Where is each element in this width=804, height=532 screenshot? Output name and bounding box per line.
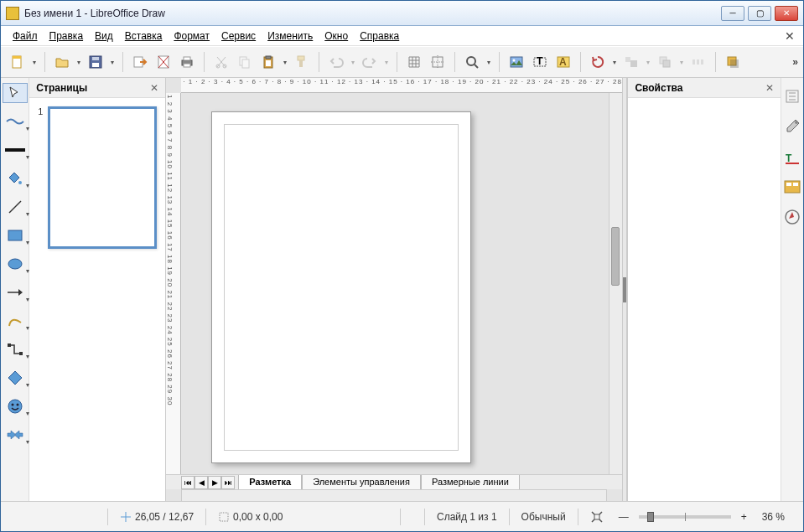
menu-view[interactable]: Вид <box>90 28 118 44</box>
menu-file[interactable]: Файл <box>8 28 43 44</box>
new-dropdown[interactable]: ▾ <box>31 52 38 72</box>
distribute-button[interactable] <box>688 52 708 72</box>
close-document-icon[interactable]: ✕ <box>785 29 795 43</box>
svg-rect-1 <box>13 56 21 59</box>
vertical-scrollbar[interactable] <box>609 93 622 474</box>
insert-image-button[interactable] <box>506 52 526 72</box>
drawing-canvas[interactable] <box>181 93 609 474</box>
block-arrows-tool[interactable]: ▾ <box>3 425 28 445</box>
menu-help[interactable]: Справка <box>355 28 404 44</box>
undo-button[interactable] <box>326 52 346 72</box>
svg-rect-16 <box>266 60 271 66</box>
rectangle-tool[interactable]: ▾ <box>3 225 28 245</box>
fontwork-button[interactable]: A <box>553 52 573 72</box>
svg-rect-39 <box>8 230 22 240</box>
fill-color-tool[interactable]: ▾ <box>3 168 28 189</box>
undo-dropdown[interactable]: ▾ <box>350 52 356 72</box>
basic-shapes-tool[interactable]: ▾ <box>3 368 28 388</box>
menu-tools[interactable]: Сервис <box>216 28 261 44</box>
tab-layout[interactable]: Разметка <box>238 475 302 490</box>
navigator-tab-icon[interactable] <box>782 207 802 227</box>
redo-button[interactable] <box>360 52 380 72</box>
svg-rect-30 <box>663 60 670 67</box>
properties-panel-close-icon[interactable]: ✕ <box>765 82 774 94</box>
open-button[interactable] <box>52 52 72 72</box>
styles-tab-icon[interactable]: T <box>782 147 802 167</box>
maximize-button[interactable]: ▢ <box>748 6 771 21</box>
menu-window[interactable]: Окно <box>319 28 353 44</box>
paste-dropdown[interactable]: ▾ <box>282 52 288 72</box>
insert-textbox-button[interactable]: T <box>530 52 550 72</box>
tab-dimension-lines[interactable]: Размерные линии <box>421 475 520 490</box>
ellipse-tool[interactable]: ▾ <box>3 254 28 274</box>
fit-page-button[interactable] <box>578 509 615 525</box>
gallery-tab-icon[interactable] <box>782 177 802 197</box>
rotate-button[interactable] <box>588 52 608 72</box>
vertical-ruler[interactable]: 1 2 3 4 5 6 7 8 9 10 11 12 13 14 15 16 1… <box>166 93 181 474</box>
zoom-level[interactable]: 36 % <box>750 509 796 525</box>
svg-rect-55 <box>594 514 599 519</box>
arrow-tool[interactable]: ▾ <box>3 282 28 302</box>
select-tool[interactable] <box>3 83 28 103</box>
zoom-in-button[interactable]: + <box>738 509 750 525</box>
svg-point-22 <box>513 59 516 62</box>
sidebar-settings-icon[interactable] <box>782 86 802 106</box>
next-page-button[interactable]: ▶ <box>208 476 221 489</box>
clone-format-button[interactable] <box>292 52 312 72</box>
zoom-button[interactable] <box>462 52 482 72</box>
menu-insert[interactable]: Вставка <box>120 28 168 44</box>
status-slide-info[interactable]: Слайд 1 из 1 <box>425 509 510 525</box>
line-tool[interactable]: ▾ <box>3 197 28 217</box>
status-signature[interactable] <box>401 509 425 525</box>
align-button[interactable] <box>621 52 641 72</box>
properties-tab-icon[interactable] <box>782 116 802 137</box>
line-style-tool[interactable]: ▾ <box>3 140 28 160</box>
page-thumbnail[interactable] <box>48 106 157 249</box>
drawing-toolbar: ▾ ▾ ▾ ▾ ▾ ▾ ▾ ▾ ▾ ▾ ▾ ▾ <box>1 78 29 501</box>
helplines-button[interactable] <box>428 52 448 72</box>
menu-format[interactable]: Формат <box>169 28 215 44</box>
zoom-slider[interactable] <box>639 515 731 519</box>
print-button[interactable] <box>177 52 197 72</box>
menu-modify[interactable]: Изменить <box>262 28 318 44</box>
export-button[interactable] <box>130 52 150 72</box>
align-dropdown[interactable]: ▾ <box>645 52 651 72</box>
zoom-dropdown[interactable]: ▾ <box>485 52 492 72</box>
arrange-dropdown[interactable]: ▾ <box>678 52 685 72</box>
open-dropdown[interactable]: ▾ <box>75 52 82 72</box>
connector-tool[interactable]: ▾ <box>3 339 28 359</box>
pages-panel-close-icon[interactable]: ✕ <box>150 82 158 94</box>
horizontal-scrollbar[interactable] <box>181 489 607 501</box>
svg-text:T: T <box>786 152 792 164</box>
shadow-button[interactable] <box>723 52 743 72</box>
close-button[interactable]: ✕ <box>775 6 798 21</box>
copy-button[interactable] <box>235 52 255 72</box>
prev-page-button[interactable]: ◀ <box>195 476 208 489</box>
menu-edit[interactable]: Правка <box>44 28 89 44</box>
horizontal-ruler[interactable]: · 1 · 2 · 3 · 4 · 5 · 6 · 7 · 8 · 9 · 10… <box>181 78 622 93</box>
curve-tool[interactable]: ▾ <box>3 311 28 331</box>
svg-rect-32 <box>697 59 699 65</box>
export-pdf-button[interactable] <box>153 52 174 72</box>
status-layout-mode[interactable]: Обычный <box>510 509 578 525</box>
tab-controls[interactable]: Элементы управления <box>302 475 421 490</box>
last-page-button[interactable]: ⏭ <box>221 476 235 489</box>
save-dropdown[interactable]: ▾ <box>109 52 116 72</box>
save-button[interactable] <box>86 52 106 72</box>
page[interactable] <box>211 111 471 463</box>
arrange-button[interactable] <box>655 52 675 72</box>
first-page-button[interactable]: ⏮ <box>181 476 195 489</box>
new-button[interactable] <box>8 52 28 72</box>
minimize-button[interactable]: ─ <box>721 6 744 21</box>
toolbar-overflow[interactable]: » <box>792 56 798 68</box>
paste-button[interactable] <box>258 52 278 72</box>
svg-point-37 <box>18 181 22 184</box>
rotate-dropdown[interactable]: ▾ <box>611 52 618 72</box>
grid-button[interactable] <box>404 52 424 72</box>
zoom-out-button[interactable]: ― <box>615 509 632 525</box>
symbol-shapes-tool[interactable]: ▾ <box>3 396 28 416</box>
svg-point-20 <box>467 57 475 65</box>
redo-dropdown[interactable]: ▾ <box>383 52 390 72</box>
line-color-tool[interactable]: ▾ <box>3 111 28 132</box>
cut-button[interactable] <box>211 52 231 72</box>
